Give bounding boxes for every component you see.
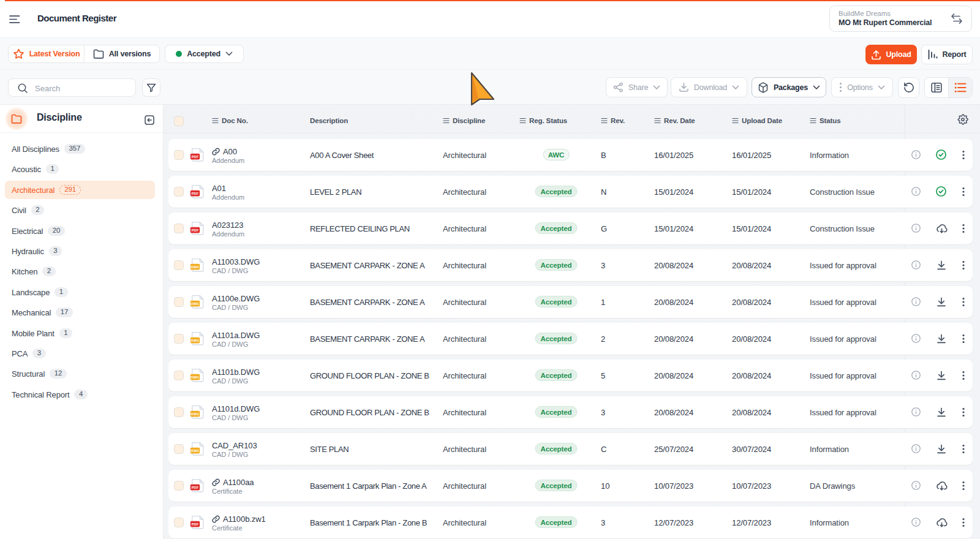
svg-text:PDF: PDF [192, 155, 199, 159]
svg-text:DWG: DWG [191, 412, 200, 416]
svg-text:DWG: DWG [191, 375, 200, 379]
svg-text:PDF: PDF [192, 486, 199, 489]
svg-text:DWG: DWG [191, 265, 200, 269]
svg-text:DWG: DWG [191, 339, 200, 342]
svg-text:DWG: DWG [191, 302, 200, 306]
svg-text:PDF: PDF [192, 228, 199, 232]
svg-text:DWG: DWG [191, 449, 200, 453]
svg-text:PDF: PDF [192, 522, 199, 526]
svg-text:PDF: PDF [192, 192, 199, 195]
